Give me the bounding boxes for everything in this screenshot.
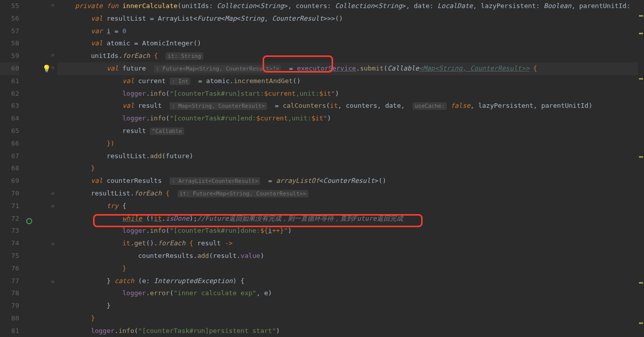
gutter-icon-column[interactable]: 💡 (24, 0, 50, 337)
line-number[interactable]: 57 (0, 25, 19, 38)
line-number[interactable]: 81 (0, 325, 19, 337)
line-number[interactable]: 68 (0, 162, 19, 175)
intention-bulb-icon[interactable]: 💡 (24, 62, 50, 75)
fold-column[interactable]: ⊟ ⊟ ⊟ ⊟ ⊟ ⊟ ⊟ (50, 0, 57, 337)
line-number[interactable]: 65 (0, 125, 19, 138)
fold-minus-icon[interactable]: ⊟ (50, 3, 55, 8)
line-number[interactable]: 56 (0, 13, 19, 25)
overview-warning-mark[interactable] (639, 15, 643, 17)
code-line[interactable]: logger.info("[counterTask#run]persistent… (59, 325, 638, 337)
code-line[interactable]: while (!it.isDone);//Future返回如果没有完成，则一直循… (59, 213, 638, 225)
code-line[interactable]: } (59, 262, 638, 275)
line-number[interactable]: 76 (0, 262, 19, 275)
overview-warning-mark[interactable] (639, 156, 643, 158)
line-number[interactable]: 69 (0, 175, 19, 187)
code-line[interactable]: } (59, 300, 638, 312)
line-number[interactable]: 75 (0, 250, 19, 262)
code-line[interactable]: val result : Map<String, CounterResult> … (59, 100, 638, 112)
line-number[interactable]: 67 (0, 150, 19, 163)
line-number[interactable]: 64 (0, 112, 19, 125)
line-number[interactable]: 59 (0, 50, 19, 62)
line-number[interactable]: 71 (0, 200, 19, 213)
code-line[interactable]: val future : Future<Map<String, CounterR… (59, 62, 638, 75)
overview-warning-mark[interactable] (639, 78, 643, 80)
line-number[interactable]: 55 (0, 0, 19, 13)
code-line[interactable]: } catch (e: InterruptedException) { (59, 275, 638, 288)
line-number[interactable]: 61 (0, 75, 19, 88)
fold-minus-icon[interactable]: ⊟ (50, 280, 55, 285)
line-number[interactable]: 72 (0, 213, 19, 225)
line-number[interactable]: 63 (0, 100, 19, 112)
line-number[interactable]: 66 (0, 138, 19, 150)
line-number[interactable]: 77 (0, 275, 19, 288)
overview-warning-mark[interactable] (639, 282, 643, 284)
line-number[interactable]: 70 (0, 187, 19, 200)
code-line[interactable]: logger.info("[counterTask#run]end:$curre… (59, 112, 638, 125)
code-line[interactable]: unitIds.forEach { it: String (59, 50, 638, 62)
code-line[interactable]: counterResults.add(result.value) (59, 250, 638, 262)
line-number[interactable]: 80 (0, 312, 19, 325)
line-number[interactable]: 62 (0, 88, 19, 100)
code-line[interactable]: logger.info("[counterTask#run]done:${i++… (59, 225, 638, 237)
line-number[interactable]: 58 (0, 37, 19, 50)
code-line[interactable]: val counterResults : ArrayList<CounterRe… (59, 175, 638, 187)
overview-warning-mark[interactable] (639, 322, 643, 324)
code-line[interactable]: it.get().forEach { result -> (59, 237, 638, 250)
code-line[interactable]: val current : Int = atomic.incrementAndG… (59, 75, 638, 88)
code-line[interactable]: val atomic = AtomicInteger() (59, 37, 638, 50)
code-line[interactable]: logger.info("[counterTask#run]start:$cur… (59, 88, 638, 100)
line-number[interactable]: 79 (0, 300, 19, 312)
code-line[interactable]: } (59, 312, 638, 325)
code-line[interactable]: try { (59, 200, 638, 213)
code-line[interactable]: logger.error("inner calculate exp", e) (59, 287, 638, 300)
line-number-gutter[interactable]: 55 56 57 58 59 60 61 62 63 64 65 66 67 6… (0, 0, 24, 337)
code-editor[interactable]: 55 56 57 58 59 60 61 62 63 64 65 66 67 6… (0, 0, 644, 337)
code-line[interactable]: } (59, 162, 638, 175)
breakpoint-icon[interactable] (24, 215, 50, 228)
fold-minus-icon[interactable]: ⊟ (50, 204, 55, 209)
fold-minus-icon[interactable]: ⊟ (50, 65, 55, 71)
vertical-scrollbar[interactable] (638, 0, 644, 337)
fold-minus-icon[interactable]: ⊟ (50, 53, 55, 58)
line-number[interactable]: 78 (0, 287, 19, 300)
code-line[interactable]: var i = 0 (59, 25, 638, 38)
code-line[interactable]: result ^Callable (59, 125, 638, 138)
line-number[interactable]: 74 (0, 237, 19, 250)
code-line[interactable]: val resultList = ArrayList<Future<Map<St… (59, 13, 638, 25)
line-number[interactable]: 60 (0, 62, 19, 75)
code-area[interactable]: private fun innerCalculate(unitIds: Coll… (57, 0, 638, 337)
code-line[interactable]: }) (59, 138, 638, 150)
fold-minus-icon[interactable]: ⊟ (50, 191, 55, 196)
code-line[interactable]: private fun innerCalculate(unitIds: Coll… (59, 0, 638, 13)
overview-warning-mark[interactable] (639, 33, 643, 34)
code-line[interactable]: resultList.forEach { it: Future<Map<Stri… (59, 187, 638, 200)
code-line[interactable]: resultList.add(future) (59, 150, 638, 163)
line-number[interactable]: 73 (0, 225, 19, 237)
fold-minus-icon[interactable]: ⊟ (50, 242, 55, 247)
